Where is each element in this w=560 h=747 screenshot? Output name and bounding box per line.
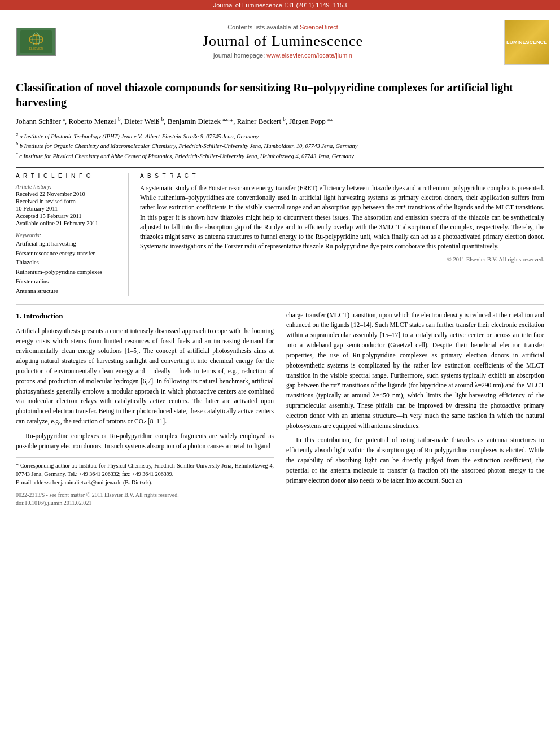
contents-line: Contents lists available at ScienceDirec… <box>62 24 504 30</box>
intro-p2: Ru-polypyridine complexes or Ru-polypyri… <box>16 431 274 452</box>
article-title: Classification of novel thiazole compoun… <box>16 80 544 110</box>
keywords-label: Keywords: <box>16 232 121 238</box>
journal-homepage-line: journal homepage: www.elsevier.com/locat… <box>62 52 504 59</box>
article-info-column: A R T I C L E I N F O Article history: R… <box>16 173 129 296</box>
elsevier-logo: ELSEVIER <box>11 28 62 58</box>
available-date: Available online 21 February 2011 <box>16 220 121 226</box>
intro-p1: Artificial photosynthesis presents a cur… <box>16 326 274 427</box>
keyword-5: Förster radius <box>16 277 121 287</box>
affiliation-c: c c Institute for Physical Chemistry and… <box>16 151 544 160</box>
bottom-info: 0022-2313/$ - see front matter © 2011 El… <box>16 491 274 507</box>
article-info-heading: A R T I C L E I N F O <box>16 173 121 179</box>
keyword-3: Thiazoles <box>16 258 121 268</box>
journal-title: Journal of Luminescence <box>62 33 504 50</box>
keyword-1: Artificial light harvesting <box>16 239 121 249</box>
footnote-corresponding: * Corresponding author at: Institute for… <box>16 461 274 478</box>
revised-date: 10 February 2011 <box>16 206 121 212</box>
journal-reference-text: Journal of Luminescence 131 (2011) 1149–… <box>213 2 347 8</box>
copyright-line: © 2011 Elsevier B.V. All rights reserved… <box>140 255 544 264</box>
history-label: Article history: <box>16 184 121 190</box>
section-divider <box>16 304 544 305</box>
journal-header-center: Contents lists available at ScienceDirec… <box>62 24 504 61</box>
issn-line: 0022-2313/$ - see front matter © 2011 El… <box>16 491 274 499</box>
abstract-heading: A B S T R A C T <box>140 173 544 179</box>
intro-col2-p2: In this contribution, the potential of u… <box>286 435 544 486</box>
elsevier-logo-graphic: ELSEVIER <box>16 28 56 56</box>
revised-label: Received in revised form <box>16 198 121 204</box>
footnote-email: E-mail address: benjamin.dietzek@uni-jen… <box>16 478 274 487</box>
body-col-left: 1. Introduction Artificial photosynthesi… <box>16 311 274 507</box>
journal-reference-bar: Journal of Luminescence 131 (2011) 1149–… <box>0 0 560 10</box>
intro-heading: 1. Introduction <box>16 311 274 322</box>
affiliations: a a Institute of Photonic Technology (IP… <box>16 131 544 160</box>
affiliation-b: b b Institute for Organic Chemistry and … <box>16 141 544 150</box>
journal-thumbnail: LUMINESCENCE <box>504 20 549 65</box>
keyword-4: Ruthenium–polypyridine complexes <box>16 268 121 277</box>
affiliation-a: a a Institute of Photonic Technology (IP… <box>16 131 544 141</box>
body-col-right: charge-transfer (MLCT) transition, upon … <box>286 311 544 507</box>
accepted-date: Accepted 15 February 2011 <box>16 213 121 219</box>
body-section: 1. Introduction Artificial photosynthesi… <box>16 311 544 507</box>
keyword-6: Antenna structure <box>16 287 121 296</box>
keywords-list: Artificial light harvesting Förster reso… <box>16 239 121 296</box>
abstract-paragraph: A systematic study of the Förster resona… <box>140 184 544 252</box>
keyword-2: Förster resonance energy transfer <box>16 249 121 259</box>
article-info-abstract-section: A R T I C L E I N F O Article history: R… <box>16 167 544 296</box>
authors: Johann Schäfer a, Roberto Menzel b, Diet… <box>16 115 544 128</box>
keywords-section: Keywords: Artificial light harvesting Fö… <box>16 232 121 296</box>
footnote-area: * Corresponding author at: Institute for… <box>16 457 274 487</box>
svg-text:ELSEVIER: ELSEVIER <box>29 47 43 50</box>
abstract-text: A systematic study of the Förster resona… <box>140 184 544 264</box>
intro-col2-p1: charge-transfer (MLCT) transition, upon … <box>286 311 544 431</box>
abstract-column: A B S T R A C T A systematic study of th… <box>140 173 544 296</box>
sciencedirect-link[interactable]: ScienceDirect <box>300 24 338 30</box>
homepage-url[interactable]: www.elsevier.com/locate/jlumin <box>266 52 352 59</box>
journal-header: ELSEVIER Contents lists available at Sci… <box>5 14 555 71</box>
main-content: Classification of novel thiazole compoun… <box>5 75 555 513</box>
doi-line: doi:10.1016/j.jlumin.2011.02.021 <box>16 499 274 507</box>
received-date: Received 22 November 2010 <box>16 191 121 197</box>
